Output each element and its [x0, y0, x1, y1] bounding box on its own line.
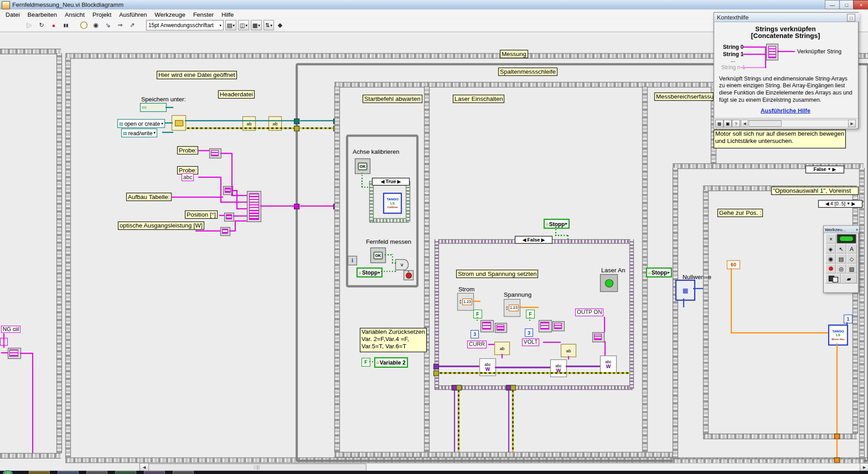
taskbar-item[interactable] [144, 471, 165, 474]
string-constant-curr[interactable]: CURR [467, 341, 486, 348]
seq-next-icon[interactable]: ▶ [852, 200, 855, 207]
help-scrollbar-thumb[interactable] [749, 120, 782, 127]
tool-edit-text[interactable]: A [846, 244, 857, 254]
tools-close-icon[interactable]: × [856, 228, 858, 232]
local-variable-stopp[interactable]: ⌂Stopp▸ [543, 219, 569, 229]
path-constant[interactable]: ▭ [140, 103, 167, 112]
case-selector-false-right[interactable]: False▼▶ [806, 166, 844, 173]
distribute-objects-button[interactable]: ◫▾ [238, 20, 249, 30]
case-prev-icon[interactable]: ◀ [381, 178, 384, 185]
taskbar-item[interactable] [29, 471, 50, 474]
step-out-button[interactable]: ⇗ [126, 19, 138, 30]
minimize-button[interactable]: — [825, 0, 840, 9]
tool-wire[interactable]: ◉ [826, 254, 836, 264]
case-next-icon[interactable]: ▶ [832, 166, 836, 173]
concatenate-strings-node[interactable] [8, 348, 21, 359]
seq-prev-icon[interactable]: ◀ [826, 200, 829, 207]
help-detailed-link[interactable]: Ausführliche Hilfe [714, 107, 857, 114]
resize-objects-button[interactable]: ▦▾ [251, 20, 262, 30]
tool-probe[interactable]: ◎ [836, 264, 846, 274]
menu-hilfe[interactable]: Hilfe [218, 10, 237, 18]
concatenate-strings-node[interactable] [209, 148, 222, 158]
tango-ls-calibrate-node[interactable]: TANGOLSCalibrat [383, 193, 402, 214]
help-lock-button[interactable]: ▣ [723, 119, 731, 127]
ok-button-terminal-fernfeld[interactable]: OK [370, 247, 386, 263]
taskbar-item[interactable] [86, 471, 108, 474]
enum-open-or-create[interactable]: ▤open or create▾ [118, 119, 165, 128]
tool-position[interactable]: ↖ [836, 244, 846, 254]
numeric-control-spannung[interactable]: ▲▼1.23 [504, 299, 520, 317]
local-variable-stopp[interactable]: ⌂Stopp▸ [646, 267, 672, 277]
case-selector-true[interactable]: ◀True▶ [372, 178, 410, 185]
pause-button[interactable]: ▮▮ [60, 19, 72, 30]
run-continuous-button[interactable]: ↻ [35, 19, 47, 30]
tool-brush[interactable]: ▰ [841, 274, 857, 284]
help-scrollbar-track[interactable] [747, 119, 849, 127]
nullwert-subvi-node[interactable]: ▦ [675, 280, 695, 301]
numeric-constant-60[interactable]: 60 [727, 261, 740, 270]
tool-operate[interactable]: ◈ [826, 244, 836, 254]
menu-ansicht[interactable]: Ansicht [61, 10, 88, 18]
tool-scroll[interactable]: ◇ [846, 254, 857, 264]
menu-fenster[interactable]: Fenster [190, 10, 217, 18]
tool-auto-led[interactable] [836, 234, 856, 244]
open-create-file-node[interactable] [172, 115, 186, 131]
retain-wire-values-button[interactable]: ◉ [90, 19, 102, 30]
context-help-window-button[interactable]: □ [847, 14, 855, 22]
numeric-constant-1[interactable]: 1 [844, 315, 853, 324]
iteration-terminal[interactable]: i [348, 256, 357, 265]
enum-read-write[interactable]: ▤read/write▾ [121, 128, 157, 137]
seq-dropdown-icon[interactable]: ▼ [847, 200, 850, 207]
concatenate-strings-node[interactable] [552, 321, 565, 331]
visa-write-node[interactable]: abcW [600, 356, 617, 373]
help-optional-terminals-button[interactable]: ▦ [715, 119, 723, 127]
format-into-string-node[interactable]: ab [561, 344, 576, 357]
concatenate-strings-node[interactable] [592, 332, 604, 342]
run-button[interactable]: ▶ [23, 19, 35, 30]
clean-up-diagram-button[interactable]: ◆ [274, 19, 286, 30]
step-over-button[interactable]: ⇒ [114, 19, 126, 30]
context-help-titlebar[interactable]: Kontexthilfe [714, 13, 860, 22]
menu-datei[interactable]: Datei [2, 10, 23, 18]
local-variable-variable2[interactable]: ⌂Variable 2 [374, 357, 408, 368]
reorder-button[interactable]: ⇅▾ [264, 20, 274, 30]
menu-werkzeuge[interactable]: Werkzeuge [151, 10, 189, 18]
help-detailed-help-button[interactable]: ? [732, 119, 740, 127]
tool-color-copy[interactable]: ▨ [846, 264, 857, 274]
font-selector[interactable]: 15pt Anwendungsschriftart▾ [146, 20, 223, 30]
numeric-control-strom[interactable]: ▲▼1.23 [457, 293, 474, 311]
case-next-icon[interactable]: ▶ [397, 178, 401, 185]
concatenate-strings-node[interactable] [495, 323, 507, 333]
start-button[interactable] [3, 470, 13, 474]
menu-bearbeiten[interactable]: Bearbeiten [24, 10, 60, 18]
sequence-frame-selector[interactable]: ◀4 [0..5]▼▶ [818, 200, 863, 208]
tango-ls-move-node[interactable]: TANGOLSMove Abs [828, 325, 848, 346]
close-button[interactable]: × [853, 0, 868, 9]
numeric-constant-3[interactable]: 3 [525, 328, 533, 337]
tool-breakpoint[interactable] [826, 264, 836, 274]
tools-palette-titlebar[interactable]: Werkzeu...× [824, 226, 859, 233]
taskbar-item[interactable] [173, 471, 194, 474]
menu-projekt[interactable]: Projekt [89, 10, 115, 18]
to-string-node[interactable] [224, 213, 234, 222]
taskbar-item[interactable] [115, 471, 137, 474]
string-constant-volt[interactable]: VOLT [522, 338, 539, 346]
case-selector-false[interactable]: ◀False▶ [515, 236, 552, 244]
or-gate-node[interactable]: ∨ [395, 259, 408, 270]
tool-shortcut-menu[interactable]: ▤ [836, 254, 846, 264]
maximize-button[interactable]: □ [839, 0, 854, 9]
led-indicator-laser-an[interactable] [600, 274, 618, 292]
tool-set-color[interactable] [826, 274, 841, 284]
highlight-execution-button[interactable] [77, 19, 90, 30]
local-variable-stopp[interactable]: ⌂Stopp▸ [357, 267, 382, 277]
ok-button-terminal-achse[interactable]: OK [355, 158, 370, 174]
string-constant-abc[interactable]: abc [182, 173, 194, 181]
case-dropdown-icon[interactable]: ▼ [827, 166, 831, 173]
select-node[interactable] [481, 320, 494, 332]
menu-ausfuehren[interactable]: Ausführen [116, 10, 150, 18]
string-constant-outp-on[interactable]: OUTP ON [575, 308, 604, 316]
scrollbar-thumb[interactable] [148, 464, 366, 471]
step-into-button[interactable]: ⇘ [102, 19, 114, 30]
concatenate-strings-node-big[interactable] [247, 191, 261, 222]
tool-auto-select[interactable]: × [826, 234, 836, 244]
